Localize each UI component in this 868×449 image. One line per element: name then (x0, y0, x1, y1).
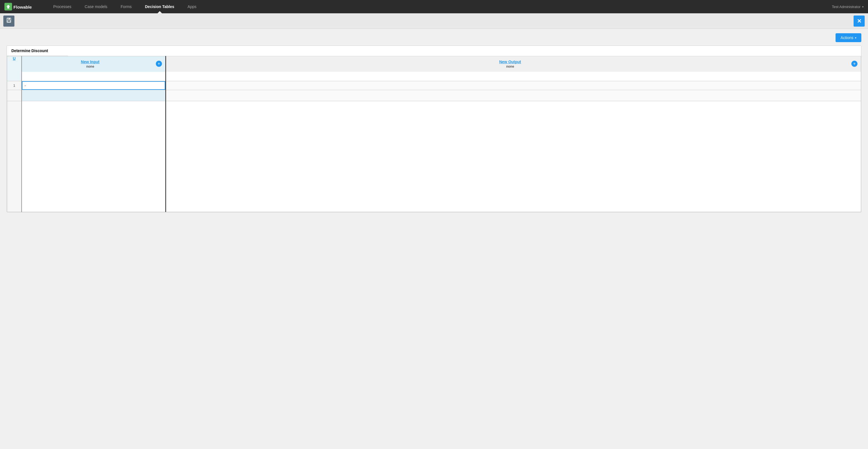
output-header-inner: New Output none + (167, 59, 860, 70)
table-title: Determine Discount (7, 46, 861, 56)
actions-label: Actions (841, 35, 853, 40)
output-header-text: New Output none (499, 60, 521, 68)
decision-table-wrapper: Determine Discount U New Input (7, 45, 861, 212)
toolbar: ✕ (0, 13, 868, 29)
actions-button[interactable]: Actions ▾ (836, 33, 861, 42)
new-input-link[interactable]: New Input (81, 60, 99, 64)
row-number: 1 (7, 81, 22, 90)
hit-policy-header: U (7, 56, 22, 81)
svg-text:Flowable: Flowable (13, 5, 32, 9)
table-header-row: U New Input none + (7, 56, 861, 81)
input-header-inner: New Input none + (23, 59, 164, 70)
svg-rect-5 (8, 18, 9, 20)
logo: Flowable (4, 2, 38, 11)
input-subtitle: none (86, 65, 94, 68)
decision-table: U New Input none + (7, 56, 861, 212)
output-column-header: New Output none + (166, 56, 861, 81)
output-subtitle: none (506, 65, 514, 68)
main-content: Actions ▾ Determine Discount U (0, 29, 868, 217)
actions-caret: ▾ (855, 36, 856, 39)
nav-links: Processes Case models Forms Decision Tab… (46, 0, 832, 13)
output-data-cell (166, 81, 861, 90)
nav-decision-tables[interactable]: Decision Tables (138, 0, 181, 13)
nav-case-models[interactable]: Case models (78, 0, 114, 13)
input-header-bg: New Input none + (22, 56, 165, 72)
empty-row-2 (7, 101, 861, 212)
empty-row-1 (7, 90, 861, 101)
table-title-text: Determine Discount (7, 46, 68, 56)
input-data-cell (22, 81, 166, 90)
svg-rect-4 (7, 21, 10, 22)
save-button[interactable] (3, 15, 14, 27)
navbar: Flowable Processes Case models Forms Dec… (0, 0, 868, 13)
actions-row: Actions ▾ (7, 33, 861, 42)
empty-row-num-2 (7, 101, 22, 212)
input-column-header: New Input none + (22, 56, 166, 81)
add-output-column-button[interactable]: + (851, 61, 858, 67)
nav-user-label: Test Administrator (832, 5, 861, 9)
nav-user-chevron: ▾ (862, 5, 864, 8)
new-output-link[interactable]: New Output (499, 60, 521, 64)
input-cell-field[interactable] (22, 81, 165, 90)
nav-forms[interactable]: Forms (114, 0, 138, 13)
empty-output-cell (166, 90, 861, 101)
close-button[interactable]: ✕ (854, 15, 865, 27)
empty-output-cell-2 (166, 101, 861, 212)
output-header-bg: New Output none + (166, 56, 861, 72)
add-input-plus-icon: + (157, 62, 160, 66)
nav-user[interactable]: Test Administrator ▾ (832, 5, 864, 9)
add-output-plus-icon: + (853, 62, 856, 66)
empty-row-num (7, 90, 22, 101)
nav-processes[interactable]: Processes (46, 0, 78, 13)
nav-apps[interactable]: Apps (181, 0, 203, 13)
close-icon: ✕ (857, 18, 862, 24)
add-input-column-button[interactable]: + (156, 61, 162, 67)
input-header-text: New Input none (81, 60, 99, 68)
hit-policy-link[interactable]: U (13, 56, 16, 61)
save-icon (6, 18, 12, 24)
table-row: 1 (7, 81, 861, 90)
empty-input-cell (22, 90, 166, 101)
toolbar-left (3, 15, 14, 27)
empty-input-cell-2 (22, 101, 166, 212)
